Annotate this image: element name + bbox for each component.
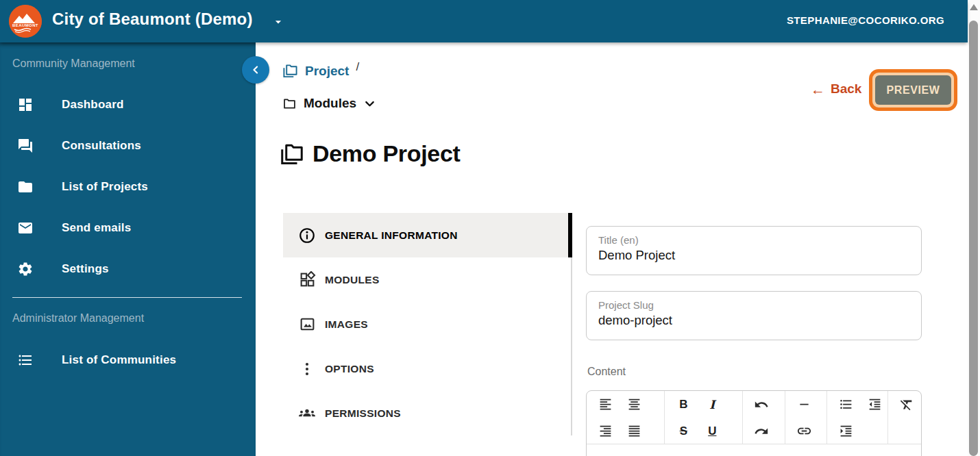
- tab-options[interactable]: OPTIONS: [283, 346, 572, 391]
- page-title: Demo Project: [280, 140, 461, 167]
- horizontal-rule-icon: [797, 397, 811, 411]
- community-name: City of Beaumont (Demo): [52, 10, 253, 29]
- undo-icon: [754, 397, 769, 412]
- tab-images[interactable]: IMAGES: [283, 302, 572, 346]
- list-icon: [16, 351, 34, 369]
- align-justify-icon: [627, 424, 641, 438]
- content-label: Content: [587, 366, 626, 378]
- folder-copy-icon: [280, 142, 304, 166]
- slug-field[interactable]: Project Slug: [586, 291, 922, 340]
- outdent-button[interactable]: [860, 391, 889, 418]
- back-link[interactable]: ← Back: [811, 81, 861, 97]
- dashboard-icon: [16, 96, 34, 114]
- mountain-logo-icon: [9, 5, 42, 38]
- align-left-icon: [598, 397, 613, 411]
- text-style-group: B S I U: [665, 391, 742, 444]
- align-justify-button[interactable]: [620, 418, 648, 444]
- tab-permissions[interactable]: PERMISSIONS: [283, 391, 572, 435]
- images-icon: [298, 316, 316, 333]
- link-button[interactable]: [789, 418, 818, 444]
- indent-button[interactable]: [831, 418, 860, 444]
- empty-cell: [892, 418, 921, 444]
- clear-group: [888, 391, 921, 444]
- email-icon: [16, 219, 34, 237]
- title-field-label: Title (en): [598, 234, 909, 246]
- page-scrollbar: [968, 0, 980, 456]
- slug-field-label: Project Slug: [598, 299, 909, 311]
- slug-input[interactable]: [598, 313, 909, 328]
- app-window: BEAUMONT City of Beaumont (Demo) STEPHAN…: [0, 0, 980, 456]
- horizontal-rule-button[interactable]: [789, 391, 818, 418]
- bulleted-list-icon: [839, 397, 853, 411]
- title-field[interactable]: Title (en): [586, 226, 922, 275]
- alignment-group: [587, 391, 665, 444]
- tab-general-information[interactable]: GENERAL INFORMATION: [283, 213, 572, 257]
- main-content: Project / Modules ← Back PREVIEW D: [256, 42, 968, 456]
- clear-formatting-icon: [899, 397, 914, 412]
- sidebar-item-consultations[interactable]: Consultations: [0, 125, 256, 166]
- user-email[interactable]: STEPHANIE@COCORIKO.ORG: [787, 14, 944, 26]
- logo-wordmark: BEAUMONT: [9, 23, 42, 27]
- breadcrumb-project-link[interactable]: Project: [305, 64, 349, 79]
- align-right-button[interactable]: [591, 418, 620, 444]
- sidebar-item-list-of-communities[interactable]: List of Communities: [0, 340, 256, 381]
- sidebar: Community Management Dashboard Consultat…: [0, 42, 256, 456]
- empty-cell: [860, 418, 889, 444]
- redo-icon: [754, 424, 769, 439]
- undo-button[interactable]: [747, 391, 776, 418]
- breadcrumb: Project /: [282, 63, 359, 79]
- sidebar-divider: [12, 297, 242, 298]
- sidebar-section-community-management: Community Management: [12, 58, 135, 70]
- settings-tab-list: GENERAL INFORMATION MODULES IMAGE: [283, 213, 572, 435]
- title-input[interactable]: [598, 248, 909, 263]
- redo-button[interactable]: [747, 418, 776, 444]
- modules-icon: [298, 271, 316, 289]
- align-center-icon: [627, 397, 641, 411]
- sidebar-item-settings[interactable]: Settings: [0, 249, 256, 290]
- outdent-icon: [868, 397, 882, 411]
- bold-button[interactable]: B: [669, 391, 698, 418]
- info-icon: [298, 227, 316, 244]
- sidebar-item-list-of-projects[interactable]: List of Projects: [0, 166, 256, 207]
- back-arrow-icon: ←: [811, 82, 825, 97]
- editor-content-area[interactable]: [587, 444, 921, 456]
- options-icon: [298, 360, 316, 378]
- settings-icon: [16, 260, 34, 278]
- tab-modules[interactable]: MODULES: [283, 257, 572, 302]
- editor-toolbar: B S I U: [587, 391, 921, 444]
- strikethrough-button[interactable]: S: [669, 418, 698, 444]
- clear-formatting-button[interactable]: [892, 391, 921, 418]
- folder-icon: [16, 178, 34, 196]
- sidebar-collapse-button[interactable]: [242, 56, 269, 84]
- indent-icon: [839, 424, 853, 438]
- community-logo[interactable]: BEAUMONT: [9, 5, 42, 38]
- bulleted-list-button[interactable]: [831, 391, 860, 418]
- permissions-icon: [298, 405, 316, 422]
- list-group: [827, 391, 888, 444]
- underline-button[interactable]: U: [698, 418, 726, 444]
- align-left-button[interactable]: [591, 391, 620, 418]
- top-header-bar: BEAUMONT City of Beaumont (Demo) STEPHAN…: [0, 0, 968, 42]
- align-right-icon: [598, 424, 613, 438]
- sidebar-item-dashboard[interactable]: Dashboard: [0, 84, 256, 125]
- community-switcher-caret-icon[interactable]: [271, 15, 285, 31]
- italic-button[interactable]: I: [698, 391, 726, 418]
- breadcrumb-modules-label[interactable]: Modules: [304, 96, 356, 111]
- folder-outline-icon: [282, 97, 297, 111]
- preview-button[interactable]: PREVIEW: [875, 75, 951, 105]
- preview-highlight-ring: PREVIEW: [869, 69, 957, 111]
- link-icon: [796, 423, 812, 439]
- sidebar-section-administrator-management: Administrator Management: [12, 312, 144, 325]
- align-center-button[interactable]: [620, 391, 648, 418]
- scrollbar-thumb[interactable]: [969, 21, 978, 456]
- sidebar-nav-community: Dashboard Consultations List of Projects…: [0, 84, 256, 290]
- folder-copy-icon: [282, 63, 298, 79]
- scrollbar-up-arrow[interactable]: [970, 4, 978, 10]
- chevron-left-icon: [249, 63, 262, 77]
- sidebar-item-send-emails[interactable]: Send emails: [0, 207, 256, 249]
- insert-group: [785, 391, 827, 444]
- consultations-icon: [16, 137, 34, 155]
- chevron-down-icon[interactable]: [363, 97, 376, 110]
- breadcrumb-separator: /: [356, 60, 359, 74]
- sidebar-nav-admin: List of Communities: [0, 340, 256, 381]
